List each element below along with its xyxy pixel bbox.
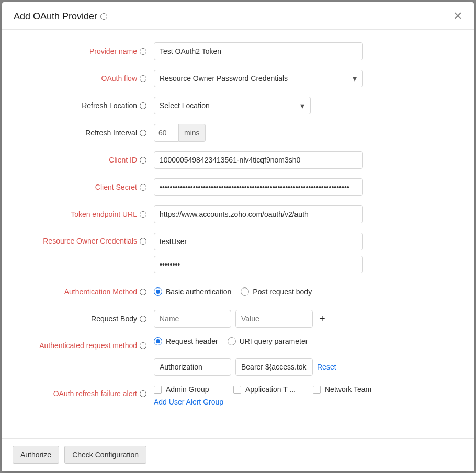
plus-icon: + [319, 313, 325, 325]
checkbox-icon [233, 386, 241, 394]
radio-label: Basic authentication [166, 287, 231, 296]
info-icon[interactable]: i [140, 289, 146, 295]
info-icon[interactable]: i [140, 157, 146, 164]
label-text: Refresh Interval [85, 129, 137, 137]
radio-label: Request header [166, 337, 218, 345]
info-icon[interactable]: i [140, 390, 146, 397]
add-request-body-button[interactable]: + [317, 314, 327, 324]
auth-method-radio-group: Basic authentication Post request body [154, 287, 312, 296]
label-auth-request-method: Authenticated request method i [18, 337, 154, 350]
row-request-body: Request Body i + [18, 310, 458, 328]
row-auth-request-method: Authenticated request method i Request h… [18, 337, 458, 376]
modal-title: Add OAuth Provider i [14, 11, 107, 22]
label-oauth-flow: OAuth flow i [18, 74, 154, 83]
checkbox-network-team[interactable]: Network Team [313, 385, 381, 394]
label-resource-owner: Resource Owner Credentials i [18, 233, 154, 245]
label-client-secret: Client Secret i [18, 183, 154, 191]
radio-label: Post request body [253, 287, 312, 296]
token-endpoint-input[interactable] [154, 205, 363, 223]
alert-groups: Admin Group Application T ... Network Te… [154, 385, 381, 394]
info-icon[interactable]: i [140, 130, 146, 136]
checkbox-icon [313, 386, 321, 394]
label-refresh-alert: OAuth refresh failure alert i [18, 385, 154, 398]
row-client-id: Client ID i [18, 151, 458, 169]
row-token-endpoint: Token endpoint URL i [18, 205, 458, 223]
label-text: Client Secret [95, 183, 137, 191]
close-button[interactable]: ✕ [453, 10, 462, 22]
checkbox-label: Network Team [325, 385, 371, 394]
refresh-location-select[interactable]: Select Location [154, 97, 311, 114]
row-refresh-location: Refresh Location i Select Location ▾ [18, 97, 458, 114]
oauth-flow-select[interactable]: Resource Owner Password Credentials [154, 70, 363, 87]
label-text: Request Body [91, 315, 137, 323]
checkbox-application-team[interactable]: Application T ... [233, 385, 301, 394]
info-icon[interactable]: i [140, 75, 146, 82]
info-icon[interactable]: i [140, 342, 146, 349]
request-body-name-input[interactable] [154, 310, 231, 328]
label-text: Token endpoint URL [71, 210, 137, 218]
modal-body: Provider name i OAuth flow i Resource Ow… [2, 30, 474, 438]
auth-header-value-input[interactable] [235, 358, 313, 376]
info-icon[interactable]: i [140, 184, 146, 191]
provider-name-input[interactable] [154, 42, 363, 60]
modal-title-text: Add OAuth Provider [14, 11, 97, 22]
radio-label: URI query parameter [240, 337, 308, 345]
row-provider-name: Provider name i [18, 42, 458, 60]
label-provider-name: Provider name i [18, 47, 154, 55]
row-resource-owner: Resource Owner Credentials i [18, 233, 458, 273]
row-client-secret: Client Secret i [18, 178, 458, 196]
row-auth-method: Authentication Method i Basic authentica… [18, 283, 458, 301]
row-oauth-flow: OAuth flow i Resource Owner Password Cre… [18, 70, 458, 87]
resource-owner-password-input[interactable] [154, 256, 363, 273]
label-text: Resource Owner Credentials [43, 237, 137, 245]
auth-request-method-radio-group: Request header URI query parameter [154, 337, 336, 345]
info-icon[interactable]: i [140, 211, 146, 218]
checkbox-icon [154, 386, 162, 394]
label-refresh-interval: Refresh Interval i [18, 129, 154, 137]
checkbox-label: Application T ... [245, 385, 296, 394]
label-text: Authentication Method [64, 287, 137, 296]
radio-request-header[interactable]: Request header [154, 337, 218, 345]
request-body-value-input[interactable] [235, 310, 313, 328]
radio-icon [154, 337, 162, 345]
modal-footer: Authorize Check Configuration [2, 438, 474, 471]
modal-header: Add OAuth Provider i ✕ [2, 2, 474, 30]
info-icon[interactable]: i [140, 238, 146, 245]
label-client-id: Client ID i [18, 156, 154, 164]
resource-owner-username-input[interactable] [154, 233, 363, 250]
label-refresh-location: Refresh Location i [18, 101, 154, 110]
add-user-alert-group-link[interactable]: Add User Alert Group [154, 398, 381, 406]
authorize-button[interactable]: Authorize [13, 446, 59, 464]
check-configuration-button[interactable]: Check Configuration [64, 446, 146, 464]
radio-uri-query[interactable]: URI query parameter [228, 337, 308, 345]
checkbox-admin-group[interactable]: Admin Group [154, 385, 222, 394]
label-text: Provider name [89, 47, 137, 55]
refresh-interval-input[interactable] [154, 124, 179, 142]
label-text: Client ID [109, 156, 137, 164]
radio-icon [241, 287, 249, 296]
checkbox-label: Admin Group [166, 385, 209, 394]
info-icon[interactable]: i [100, 13, 107, 20]
radio-icon [228, 337, 236, 345]
info-icon[interactable]: i [140, 102, 146, 109]
label-text: Refresh Location [82, 101, 137, 110]
info-icon[interactable]: i [140, 48, 146, 55]
label-auth-method: Authentication Method i [18, 287, 154, 296]
label-request-body: Request Body i [18, 315, 154, 323]
info-icon[interactable]: i [140, 316, 146, 322]
interval-unit: mins [179, 124, 206, 142]
client-secret-input[interactable] [154, 178, 363, 196]
close-icon: ✕ [453, 9, 462, 22]
radio-post-body[interactable]: Post request body [241, 287, 312, 296]
oauth-provider-modal: Add OAuth Provider i ✕ Provider name i O… [2, 2, 474, 471]
auth-header-name-input[interactable] [154, 358, 231, 376]
radio-icon [154, 287, 162, 296]
row-refresh-alert: OAuth refresh failure alert i Admin Grou… [18, 385, 458, 406]
reset-link[interactable]: Reset [317, 363, 336, 371]
radio-basic-auth[interactable]: Basic authentication [154, 287, 231, 296]
interval-group: mins [154, 124, 206, 142]
label-token-endpoint: Token endpoint URL i [18, 210, 154, 218]
client-id-input[interactable] [154, 151, 363, 169]
label-text: OAuth flow [101, 74, 137, 83]
label-text: OAuth refresh failure alert [53, 389, 137, 398]
